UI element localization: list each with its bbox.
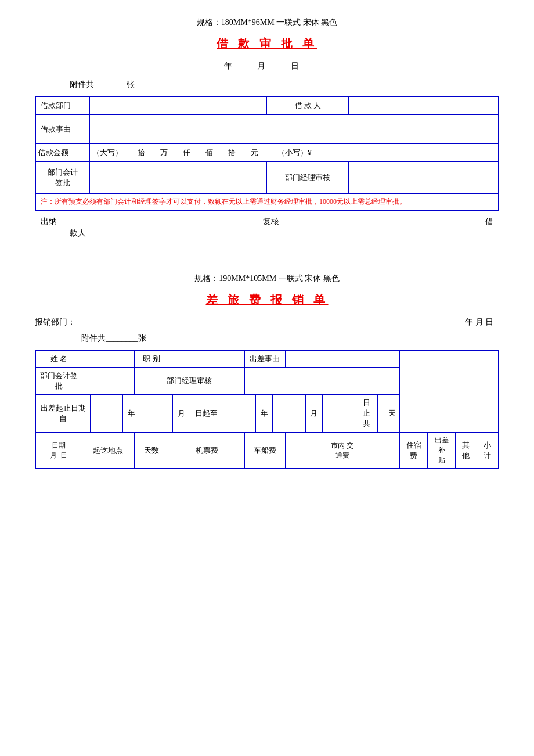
col-hotel-header: 住宿费 [400, 433, 428, 469]
form1-bottom: 出纳 复核 借 [35, 217, 499, 227]
loan-dept-value [90, 96, 267, 115]
col-traffic-header: 市内 交 通费 [285, 433, 400, 469]
form1-date: 年 月 日 [35, 61, 499, 71]
form1-spec: 规格：180MM*96MM 一联式 宋体 黑色 [35, 17, 499, 28]
table-row: 借款部门 借 款 人 [35, 96, 499, 115]
table-row: 出差起止日期自 年 月 日起至 年 月 日止共 [35, 395, 499, 433]
dept-account2-label: 部门会计签批 [35, 368, 82, 395]
dept-mgr-value [349, 162, 499, 194]
reason-label: 出差事由 [244, 350, 285, 368]
dept-account2-value [82, 368, 134, 395]
table-row: 借款事由 [35, 115, 499, 144]
month-value [140, 395, 172, 432]
form2-dept-label: 报销部门： [35, 317, 75, 327]
year2-value [223, 395, 255, 432]
form2-spec: 规格：190MM*105MM 一联式 宋体 黑色 [35, 273, 499, 284]
name-label: 姓 名 [35, 350, 82, 368]
col-other-header: 其他 [455, 433, 477, 469]
loan-reason-label: 借款事由 [35, 115, 90, 144]
dept-mgr-label: 部门经理审核 [267, 162, 349, 194]
form2-dept-date: 报销部门： 年 月 日 [35, 317, 499, 327]
shi2-label: 拾 [228, 148, 236, 157]
col-air-header: 机票费 [169, 433, 244, 469]
days-value [378, 395, 385, 432]
travel-dates-inner: 出差起止日期自 年 月 日起至 年 月 日止共 [36, 395, 399, 432]
col-date-header: 日期 月 日 [35, 433, 82, 469]
end-value [323, 395, 355, 432]
note-row: 注：所有预支必须有部门会计和经理签字才可以支付，数额在元以上需通过财务经理审批，… [35, 194, 499, 211]
dept-account-value [90, 162, 267, 194]
loan-amount-value: （大写） 拾 万 仟 佰 拾 元 [90, 144, 499, 162]
month-label: 月 [172, 395, 190, 432]
form2-date-label: 年 月 日 [465, 317, 493, 327]
dawrite-label: （大写） [92, 148, 122, 157]
dept-mgr2-label: 部门经理审核 [134, 368, 244, 395]
name-value [82, 350, 134, 368]
form1-section: 规格：180MM*96MM 一联式 宋体 黑色 借 款 审 批 单 年 月 日 … [35, 17, 499, 239]
to-label: 日起至 [190, 395, 223, 432]
dept-account-label: 部门会计 签批 [35, 162, 90, 194]
form1-note: 注：所有预支必须有部门会计和经理签字才可以支付，数额在元以上需通过财务经理审批，… [35, 194, 499, 211]
year-label: 年 [123, 395, 140, 432]
shi-label: 拾 [138, 148, 145, 157]
month2-label: 月 [305, 395, 323, 432]
form1-bottom2: 款人 [70, 228, 499, 239]
loan-amount-label: 借款金额 [35, 144, 90, 162]
month2-value [273, 395, 305, 432]
form1-title: 借 款 审 批 单 [35, 36, 499, 52]
col-ship-header: 车船费 [244, 433, 285, 469]
year-value [91, 395, 123, 432]
form2-table: 姓 名 职 别 出差事由 部门会计签批 部门经理审核 出差起止日 [35, 350, 499, 469]
form2-title: 差 旅 费 报 销 单 [35, 292, 499, 308]
cashier-label: 出纳 [41, 217, 57, 227]
table-row: 出差起止日期自 年 月 日起至 年 月 日止共 [36, 395, 399, 432]
section-divider [35, 239, 499, 273]
xiaowrite-label: （小写）¥ [277, 148, 312, 157]
form1-table: 借款部门 借 款 人 借款事由 借款金额 （大写） 拾 万 [35, 96, 499, 211]
end-label: 日止共 [355, 395, 378, 432]
review-label: 复核 [263, 217, 279, 227]
table-header-row: 日期 月 日 起讫地点 天数 机票费 车船费 市内 交 通费 住宿费 出差 补 … [35, 433, 499, 469]
borrower-value [349, 96, 499, 115]
bai-label: 佰 [205, 148, 213, 157]
borrower-bottom-label: 借 [485, 217, 493, 227]
form2-section: 规格：190MM*105MM 一联式 宋体 黑色 差 旅 费 报 销 单 报销部… [35, 273, 499, 469]
form2-attach: 附件共________张 [81, 333, 499, 344]
reason-value [285, 350, 400, 368]
wan-label: 万 [160, 148, 168, 157]
table-row: 姓 名 职 别 出差事由 [35, 350, 499, 368]
job-label: 职 别 [134, 350, 169, 368]
travel-dates-label: 出差起止日期自 [36, 395, 91, 432]
table-row: 部门会计签批 部门经理审核 [35, 368, 499, 395]
col-start-header: 起讫地点 [82, 433, 134, 469]
days-label: 天 [385, 395, 399, 432]
qian-label: 仟 [183, 148, 190, 157]
dept-mgr2-value [244, 368, 400, 395]
table-row: 部门会计 签批 部门经理审核 [35, 162, 499, 194]
col-subtotal-header: 小计 [477, 433, 499, 469]
loan-reason-value [90, 115, 499, 144]
table-row: 借款金额 （大写） 拾 万 仟 佰 拾 [35, 144, 499, 162]
yuan-label: 元 [251, 148, 258, 157]
borrower2-label: 款人 [70, 229, 86, 237]
form1-attach: 附件共________张 [70, 80, 499, 90]
col-subsidy-header: 出差 补 贴 [428, 433, 456, 469]
col-days-header: 天数 [134, 433, 169, 469]
job-value [169, 350, 244, 368]
borrower-label: 借 款 人 [267, 96, 349, 115]
loan-dept-label: 借款部门 [35, 96, 90, 115]
year2-label: 年 [255, 395, 273, 432]
travel-dates-cell: 出差起止日期自 年 月 日起至 年 月 日止共 [35, 395, 400, 433]
